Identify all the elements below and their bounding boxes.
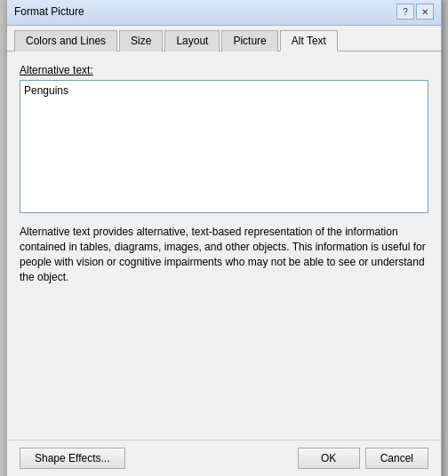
content-spacer bbox=[20, 285, 428, 427]
tab-alt-text[interactable]: Alt Text bbox=[280, 30, 338, 52]
footer: Shape Effects... OK Cancel bbox=[7, 440, 441, 476]
tab-content: Alternative text: Penguins Alternative t… bbox=[7, 52, 441, 435]
footer-right: OK Cancel bbox=[298, 448, 428, 469]
dialog-title: Format Picture bbox=[14, 5, 84, 18]
tab-picture[interactable]: Picture bbox=[221, 30, 277, 52]
alt-text-label-rest: lternative text: bbox=[27, 64, 93, 76]
footer-left: Shape Effects... bbox=[20, 448, 125, 469]
title-bar: Format Picture ? ✕ bbox=[7, 0, 441, 26]
close-button[interactable]: ✕ bbox=[416, 4, 434, 20]
tab-colors-and-lines[interactable]: Colors and Lines bbox=[14, 30, 117, 52]
tab-size[interactable]: Size bbox=[119, 30, 163, 52]
help-button[interactable]: ? bbox=[396, 4, 414, 20]
tab-bar: Colors and Lines Size Layout Picture Alt… bbox=[7, 26, 441, 52]
alt-text-textarea[interactable]: Penguins bbox=[20, 80, 428, 213]
alt-text-description: Alternative text provides alternative, t… bbox=[20, 225, 428, 284]
alt-text-label: Alternative text: bbox=[20, 64, 428, 76]
title-buttons: ? ✕ bbox=[396, 4, 434, 20]
tab-layout[interactable]: Layout bbox=[164, 30, 220, 52]
alt-text-label-underline: A bbox=[20, 64, 27, 76]
shape-effects-button[interactable]: Shape Effects... bbox=[20, 448, 125, 469]
format-picture-dialog: Format Picture ? ✕ Colors and Lines Size… bbox=[6, 0, 442, 476]
cancel-button[interactable]: Cancel bbox=[365, 448, 428, 469]
ok-button[interactable]: OK bbox=[298, 448, 360, 469]
